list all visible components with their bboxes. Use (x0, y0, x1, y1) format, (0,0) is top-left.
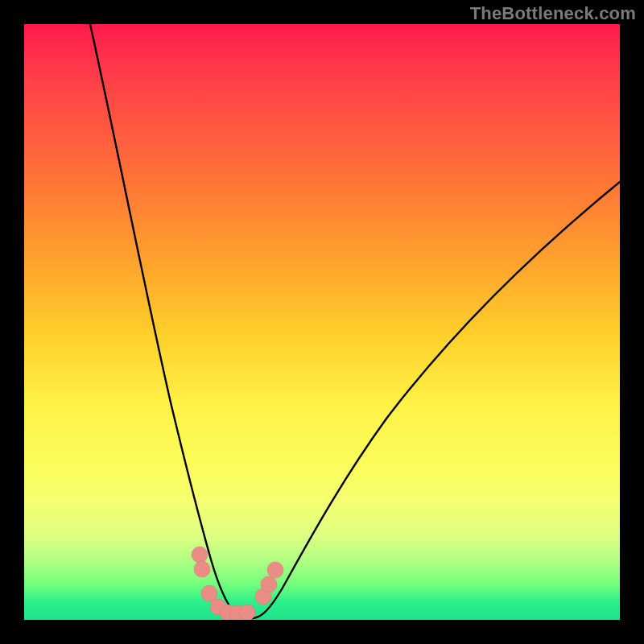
curve-layer (24, 24, 620, 620)
chart-frame: TheBottleneck.com (0, 0, 644, 644)
curve-left (90, 24, 253, 618)
marker-dot (239, 605, 255, 620)
marker-dot (267, 562, 283, 578)
marker-dot (192, 547, 208, 563)
curve-right (253, 182, 620, 618)
marker-group (192, 547, 283, 620)
plot-area (24, 24, 620, 620)
marker-dot (201, 585, 217, 601)
watermark-text: TheBottleneck.com (470, 3, 636, 24)
marker-dot (261, 576, 277, 592)
marker-dot (194, 561, 210, 577)
